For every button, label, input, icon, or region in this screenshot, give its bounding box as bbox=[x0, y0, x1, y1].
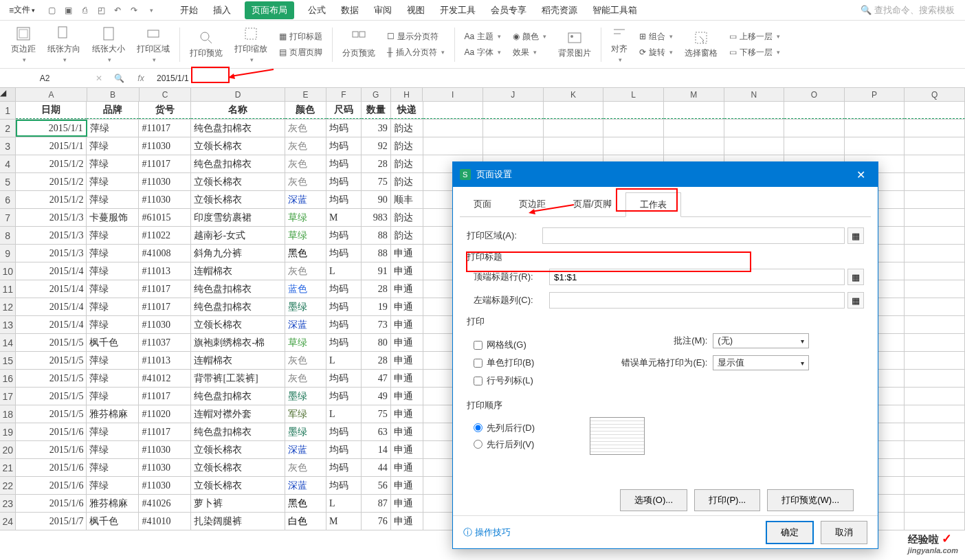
cell[interactable]: 均码 bbox=[326, 441, 362, 458]
cell[interactable]: 均码 bbox=[326, 137, 362, 155]
cell[interactable]: 纯色盘扣棉衣 bbox=[191, 155, 285, 172]
cell[interactable]: 墨绿 bbox=[285, 298, 326, 315]
dialog-tab-0[interactable]: 页面 bbox=[460, 192, 505, 216]
print-titles-button[interactable]: ▦ 打印标题 bbox=[278, 30, 324, 44]
col-header[interactable]: B bbox=[87, 88, 140, 101]
cell[interactable]: 萍绿 bbox=[87, 155, 139, 172]
down-over-radio[interactable]: 先列后行(D) bbox=[474, 422, 535, 434]
cell[interactable]: 灰色 bbox=[285, 155, 326, 172]
cell[interactable]: 萍绿 bbox=[87, 370, 139, 387]
col-header[interactable]: F bbox=[326, 88, 362, 101]
cell[interactable]: 28 bbox=[362, 352, 391, 369]
cell[interactable]: 深蓝 bbox=[285, 316, 326, 333]
cell[interactable]: 萍绿 bbox=[87, 388, 139, 405]
cell[interactable]: 白色 bbox=[285, 513, 326, 530]
size-button[interactable]: 纸张大小 bbox=[88, 24, 129, 65]
cell[interactable]: 灰色 bbox=[285, 173, 326, 190]
cell[interactable]: 萍绿 bbox=[87, 227, 139, 244]
undo-icon[interactable]: ↶ bbox=[110, 3, 125, 18]
col-header[interactable]: O bbox=[784, 88, 845, 101]
cell[interactable]: 申通 bbox=[391, 441, 423, 458]
cell[interactable]: 申通 bbox=[391, 513, 423, 530]
theme-button[interactable]: Aa 主题 bbox=[463, 30, 503, 44]
row-header[interactable]: 6 bbox=[0, 191, 16, 208]
tab-2[interactable]: 页面布局 bbox=[245, 1, 294, 19]
cell[interactable]: 申通 bbox=[391, 477, 423, 494]
cell[interactable]: 2015/1/1 bbox=[16, 137, 87, 155]
cell[interactable]: 983 bbox=[362, 209, 391, 226]
cell[interactable]: 蓝色 bbox=[285, 280, 326, 298]
cell[interactable]: #11017 bbox=[139, 280, 191, 298]
cell[interactable]: 2015/1/6 bbox=[16, 423, 87, 440]
comments-select[interactable]: (无) bbox=[713, 333, 809, 348]
cell[interactable]: 申通 bbox=[391, 388, 423, 405]
cell[interactable]: 2015/1/7 bbox=[16, 513, 87, 530]
print-preview-button[interactable]: 打印预览 bbox=[186, 28, 227, 60]
cell[interactable]: 纯色盘扣棉衣 bbox=[191, 423, 285, 440]
cell[interactable]: 91 bbox=[362, 262, 391, 280]
cell[interactable]: #11030 bbox=[139, 173, 191, 190]
cell[interactable]: 墨绿 bbox=[285, 388, 326, 405]
header-cell[interactable]: 尺码 bbox=[326, 102, 362, 119]
col-header[interactable]: K bbox=[544, 88, 604, 101]
cell[interactable]: 萍绿 bbox=[87, 262, 139, 280]
cell[interactable]: #11037 bbox=[139, 334, 191, 351]
header-cell[interactable]: 数量 bbox=[362, 102, 391, 119]
cell[interactable]: 纯色盘扣棉衣 bbox=[191, 298, 285, 315]
cell[interactable]: 均码 bbox=[326, 370, 362, 387]
cell[interactable]: #11017 bbox=[139, 155, 191, 172]
cell[interactable]: 申通 bbox=[391, 280, 423, 298]
row-header[interactable]: 15 bbox=[0, 352, 16, 369]
cell[interactable]: 28 bbox=[362, 280, 391, 298]
save-as-icon[interactable]: ▣ bbox=[60, 3, 76, 18]
cell[interactable]: 越南衫-女式 bbox=[191, 227, 285, 244]
cell[interactable]: 2015/1/5 bbox=[16, 370, 87, 387]
tab-9[interactable]: 稻壳资源 bbox=[540, 1, 579, 19]
select-all[interactable]: ◢ bbox=[0, 88, 16, 101]
dialog-title-bar[interactable]: S 页面设置 ✕ bbox=[453, 162, 878, 187]
cell[interactable]: 草绿 bbox=[285, 334, 326, 351]
cell[interactable]: 均码 bbox=[326, 477, 362, 494]
cell[interactable]: 申通 bbox=[391, 316, 423, 333]
cell[interactable]: 均码 bbox=[326, 334, 362, 351]
row-header[interactable]: 16 bbox=[0, 370, 16, 387]
header-cell[interactable]: 颜色 bbox=[285, 102, 326, 119]
cell[interactable]: #11030 bbox=[139, 441, 191, 458]
group-button[interactable]: ⊞ 组合 bbox=[638, 30, 674, 44]
cell[interactable]: 2015/1/1 bbox=[16, 120, 87, 137]
cell[interactable]: 44 bbox=[362, 459, 391, 476]
col-header[interactable]: A bbox=[16, 88, 87, 101]
cell[interactable]: 均码 bbox=[326, 388, 362, 405]
cell[interactable]: 连帽棉衣 bbox=[191, 262, 285, 280]
print-icon[interactable]: ⎙ bbox=[77, 3, 92, 18]
cell[interactable]: 灰色 bbox=[285, 370, 326, 387]
cell[interactable]: #11017 bbox=[139, 120, 191, 137]
cell[interactable]: 2015/1/3 bbox=[16, 209, 87, 226]
dialog-tab-3[interactable]: 工作表 bbox=[625, 192, 681, 217]
cell[interactable]: 76 bbox=[362, 513, 391, 530]
col-header[interactable]: E bbox=[285, 88, 326, 101]
cell[interactable]: L bbox=[326, 352, 362, 369]
cell[interactable]: 49 bbox=[362, 388, 391, 405]
cell[interactable]: 2015/1/4 bbox=[16, 262, 87, 280]
cell[interactable]: 萍绿 bbox=[87, 120, 140, 137]
cell[interactable]: 立领长棉衣 bbox=[191, 477, 285, 494]
cell[interactable]: 申通 bbox=[391, 370, 423, 387]
tab-1[interactable]: 插入 bbox=[212, 1, 232, 19]
cell[interactable]: L bbox=[326, 262, 362, 280]
cell[interactable]: 申通 bbox=[391, 405, 423, 423]
row-header[interactable]: 12 bbox=[0, 298, 16, 315]
cell[interactable]: 萍绿 bbox=[87, 441, 139, 458]
cell[interactable]: 2015/1/6 bbox=[16, 441, 87, 458]
cell[interactable]: 均码 bbox=[326, 120, 362, 137]
cell[interactable]: 立领长棉衣 bbox=[191, 191, 285, 208]
cell[interactable]: 立领长棉衣 bbox=[191, 441, 285, 458]
col-header[interactable]: G bbox=[362, 88, 391, 101]
cell[interactable]: 军绿 bbox=[285, 405, 326, 423]
close-icon[interactable]: ✕ bbox=[850, 168, 871, 181]
cell[interactable]: 申通 bbox=[391, 245, 423, 262]
col-header[interactable]: I bbox=[423, 88, 483, 101]
cell[interactable]: 斜角九分裤 bbox=[191, 245, 285, 262]
ok-button[interactable]: 确定 bbox=[766, 521, 814, 544]
cell[interactable]: 草绿 bbox=[285, 209, 326, 226]
